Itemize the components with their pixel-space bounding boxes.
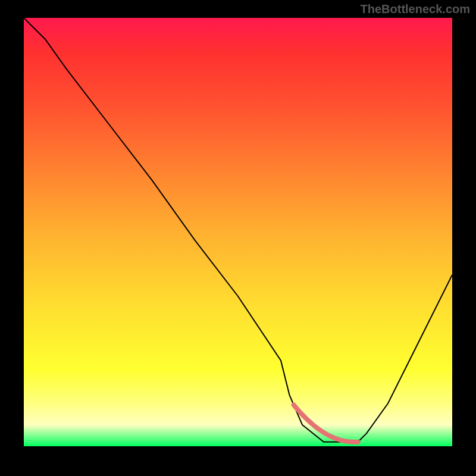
optimal-zone-marker	[294, 405, 358, 442]
chart-svg	[24, 18, 452, 446]
bottleneck-curve-line	[24, 18, 452, 442]
watermark-text: TheBottleneck.com	[361, 2, 470, 16]
plot-area	[24, 18, 452, 446]
